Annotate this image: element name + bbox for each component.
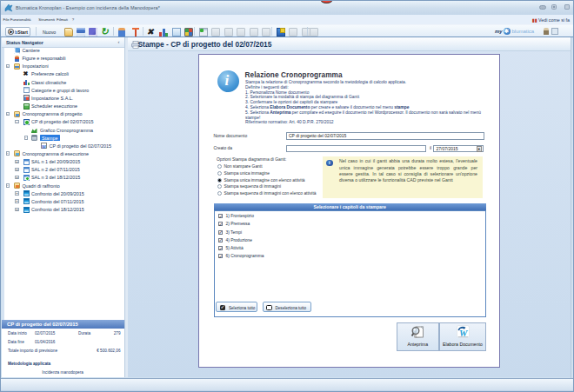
svg-text:W: W: [459, 328, 468, 337]
